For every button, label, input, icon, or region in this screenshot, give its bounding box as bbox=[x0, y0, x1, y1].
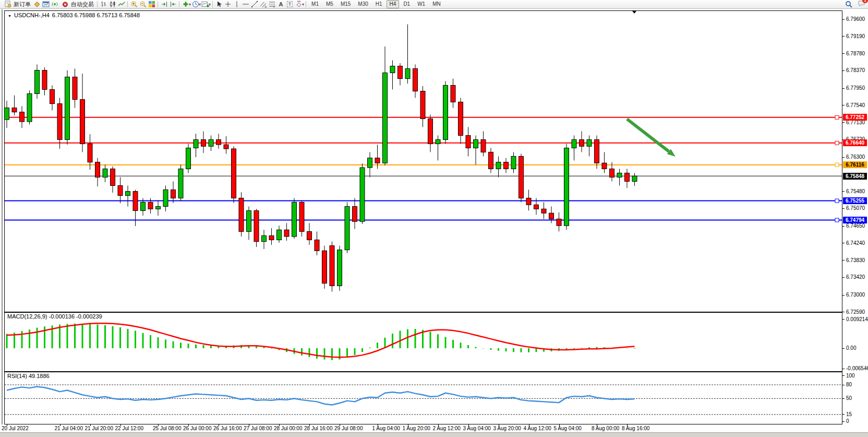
price-tag-6.76640: 6.76640 bbox=[843, 139, 867, 146]
candle bbox=[186, 144, 191, 173]
cursor-icon[interactable] bbox=[214, 0, 223, 8]
candle bbox=[103, 164, 107, 182]
chat-button[interactable]: 1 bbox=[858, 0, 866, 9]
price-tick-label: 6.75480 bbox=[846, 188, 865, 195]
candle bbox=[322, 246, 327, 289]
crosshair-icon[interactable] bbox=[223, 0, 232, 8]
hline-6.74794[interactable] bbox=[5, 218, 842, 222]
timeframe-button-m5[interactable]: M5 bbox=[323, 0, 336, 8]
new-order-icon bbox=[3, 0, 12, 8]
vertical-line-icon[interactable] bbox=[232, 0, 241, 8]
line-chart-icon[interactable] bbox=[117, 0, 126, 8]
price-axis[interactable]: 6.796006.791906.787806.783706.779506.775… bbox=[842, 10, 868, 432]
text-icon[interactable]: A bbox=[276, 0, 285, 8]
hline-6.76640[interactable] bbox=[5, 141, 842, 145]
timeframe-button-h1[interactable]: H1 bbox=[372, 0, 385, 8]
price-tag-6.75848: 6.75848 bbox=[843, 173, 867, 180]
candle bbox=[519, 154, 524, 203]
candle bbox=[474, 135, 478, 164]
candlestick-chart-icon[interactable] bbox=[108, 0, 117, 8]
time-tick-label: 28 Jul 00:00 bbox=[274, 426, 303, 431]
rsi-pane[interactable]: RSI(14) 49.1886 bbox=[4, 372, 842, 424]
candle bbox=[284, 223, 289, 241]
autotrading-button[interactable]: 自动交易 bbox=[59, 0, 95, 8]
time-tick-label: 8 Aug 00:00 bbox=[592, 426, 619, 431]
search-icon[interactable] bbox=[845, 0, 853, 8]
candle bbox=[111, 167, 115, 193]
templates-dropdown-icon[interactable]: ▾ bbox=[209, 2, 211, 7]
bar-chart-icon[interactable] bbox=[99, 0, 108, 8]
auto-scroll-icon[interactable] bbox=[160, 0, 168, 8]
chart-shift-marker-icon[interactable] bbox=[632, 11, 636, 14]
candle bbox=[443, 81, 448, 144]
time-axis[interactable]: 20 Jul 202221 Jul 04:0021 Jul 20:0022 Ju… bbox=[0, 424, 842, 432]
horizontal-line-icon[interactable] bbox=[241, 0, 250, 8]
candle bbox=[413, 64, 418, 98]
tile-windows-icon[interactable] bbox=[147, 0, 156, 8]
window-left-edge bbox=[2, 9, 3, 435]
chart-ohlc-values: 6.75803 6.75988 6.75713 6.75848 bbox=[52, 12, 140, 18]
time-tick-label: 20 Jul 2022 bbox=[2, 426, 29, 431]
trend-arrow[interactable] bbox=[627, 119, 676, 157]
zoom-in-icon[interactable] bbox=[129, 0, 138, 8]
candle bbox=[587, 135, 592, 156]
timeframe-button-h4[interactable]: H4 bbox=[387, 0, 400, 8]
price-tick-label: 6.72590 bbox=[846, 309, 865, 315]
trendline-icon[interactable] bbox=[250, 0, 259, 8]
macd-canvas[interactable] bbox=[5, 313, 842, 371]
timeframe-button-d1[interactable]: D1 bbox=[400, 0, 413, 8]
text-label-icon[interactable]: T bbox=[285, 0, 294, 8]
price-tick-label: 6.77540 bbox=[846, 102, 865, 109]
time-tick-label: 21 Jul 04:00 bbox=[55, 426, 83, 431]
toolbar: 新订单 自动交易 ▾ ▾ ▾ E F A T ▾ M bbox=[0, 0, 868, 9]
rsi-axis-label: 50 bbox=[846, 395, 852, 401]
timeframe-button-m30[interactable]: M30 bbox=[355, 0, 371, 8]
price-chart-canvas[interactable] bbox=[5, 11, 842, 312]
candle bbox=[118, 177, 123, 203]
timeframe-button-mn[interactable]: MN bbox=[429, 0, 444, 8]
candle bbox=[307, 223, 312, 245]
macd-pane[interactable]: MACD(12,26,9) -0.000136 -0.000239 bbox=[4, 312, 842, 372]
rsi-canvas[interactable] bbox=[5, 372, 842, 424]
main-chart-pane[interactable]: ▼ USDCNH-,H4 6.75803 6.75988 6.75713 6.7… bbox=[4, 10, 842, 312]
candle bbox=[239, 192, 244, 237]
rsi-axis-label: 0 bbox=[846, 418, 849, 424]
equidistant-channel-icon[interactable]: E bbox=[259, 0, 268, 8]
fibonacci-icon[interactable]: F bbox=[268, 0, 276, 8]
candle bbox=[345, 202, 349, 253]
candle bbox=[420, 86, 425, 127]
market-watch-icon[interactable] bbox=[41, 0, 50, 8]
timeframe-button-m1[interactable]: M1 bbox=[308, 0, 322, 8]
candle bbox=[194, 134, 198, 157]
hline-6.76116[interactable] bbox=[5, 163, 842, 167]
svg-text:F: F bbox=[273, 5, 275, 8]
price-tag-6.77252: 6.77252 bbox=[843, 114, 867, 121]
time-tick-label: 22 Jul 12:00 bbox=[115, 426, 144, 431]
new-order-button[interactable]: 新订单 bbox=[2, 0, 32, 8]
candle bbox=[73, 68, 77, 108]
toolbar-separator bbox=[212, 1, 213, 7]
zoom-out-icon[interactable] bbox=[138, 0, 147, 8]
time-tick-label: 3 Aug 20:00 bbox=[493, 426, 521, 431]
candle bbox=[383, 46, 388, 166]
arrows-dropdown-icon[interactable]: ▾ bbox=[302, 2, 304, 7]
candle bbox=[133, 190, 138, 226]
collapse-chart-icon[interactable]: ▼ bbox=[8, 14, 11, 18]
price-tick-label: 6.76300 bbox=[846, 154, 865, 160]
time-tick-label: 28 Jul 16:00 bbox=[304, 426, 333, 431]
chart-shift-icon[interactable] bbox=[168, 0, 177, 8]
candle bbox=[315, 231, 319, 255]
candle bbox=[57, 98, 62, 149]
candle bbox=[50, 85, 55, 110]
candle bbox=[269, 228, 274, 245]
signals-icon[interactable] bbox=[50, 0, 59, 8]
time-tick-label: 5 Aug 04:00 bbox=[554, 426, 582, 431]
price-tick-label: 6.79600 bbox=[846, 16, 865, 22]
candle bbox=[126, 185, 130, 206]
time-tick-label: 26 Jul 00:00 bbox=[183, 426, 212, 431]
timeframe-button-w1[interactable]: W1 bbox=[414, 0, 428, 8]
hline-6.75255[interactable] bbox=[5, 199, 842, 203]
timeframe-button-m15[interactable]: M15 bbox=[337, 0, 354, 8]
charts-icon[interactable] bbox=[32, 0, 41, 8]
candle bbox=[353, 198, 357, 229]
